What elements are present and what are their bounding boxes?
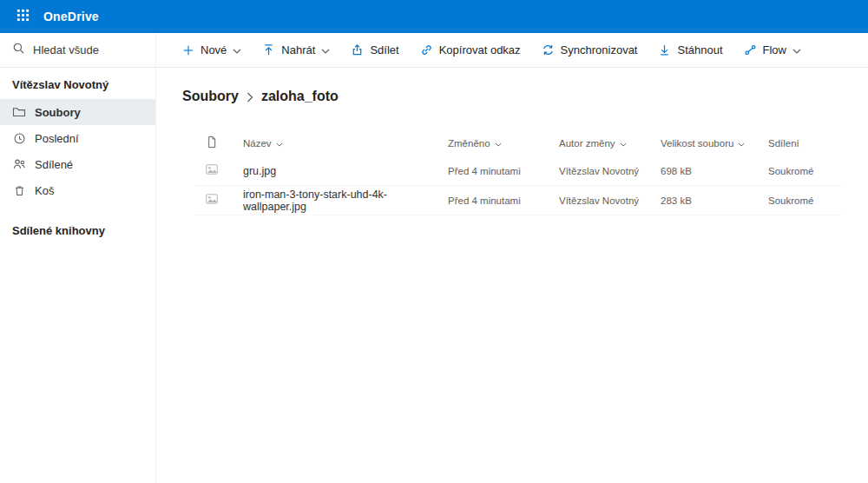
copy-link-button[interactable]: Kopírovat odkaz — [420, 43, 521, 56]
breadcrumb: Soubory zaloha_foto — [182, 87, 842, 106]
download-button-label: Stáhnout — [677, 43, 722, 56]
onedrive-page: OneDrive Hledat všude Vítězslav Novotný — [0, 0, 868, 483]
content-area: Soubory zaloha_foto — [156, 68, 868, 215]
app-header: OneDrive — [0, 0, 868, 33]
share-button[interactable]: Sdílet — [351, 43, 398, 56]
sidebar-item-kos[interactable]: Koš — [0, 177, 155, 203]
file-sharing[interactable]: Soukromé — [758, 195, 842, 206]
sync-button-label: Synchronizovat — [561, 43, 638, 56]
column-header-autor-zmeny[interactable]: Autor změny — [549, 138, 650, 149]
waffle-icon — [16, 9, 30, 24]
sync-button[interactable]: Synchronizovat — [542, 43, 638, 56]
sidebar: Hledat všude Vítězslav Novotný Soubory — [0, 33, 156, 483]
file-author: Vítězslav Novotný — [549, 195, 650, 206]
link-icon — [420, 43, 433, 56]
sort-chevron-icon — [620, 138, 627, 149]
table-row[interactable]: iron-man-3-tony-stark-uhd-4k-wallpaper.j… — [194, 186, 842, 215]
app-launcher-button[interactable] — [9, 3, 36, 30]
sidebar-nav: Soubory Poslední — [0, 99, 155, 203]
upload-button-label: Nahrát — [281, 43, 315, 56]
sidebar-item-label: Poslední — [35, 132, 79, 145]
sort-chevron-icon — [738, 138, 745, 149]
sidebar-item-posledni[interactable]: Poslední — [0, 125, 155, 151]
file-type-column-icon-cell[interactable] — [194, 136, 229, 152]
file-name[interactable]: iron-man-3-tony-stark-uhd-4k-wallpaper.j… — [229, 189, 437, 213]
sidebar-item-label: Soubory — [35, 106, 81, 119]
image-file-icon — [205, 192, 219, 209]
column-header-nazev[interactable]: Název — [229, 138, 437, 149]
table-header-row: Název Změněno Autor změny Velikost — [194, 130, 842, 156]
file-icon-cell — [194, 192, 229, 209]
new-button-label: Nové — [201, 43, 227, 56]
upload-button[interactable]: Nahrát — [262, 43, 330, 56]
command-bar: Nové Nahrát — [156, 33, 868, 68]
table-row[interactable]: gru.jpg Před 4 minutami Vítězslav Novotn… — [194, 156, 842, 186]
chevron-down-icon — [792, 49, 801, 54]
column-header-zmeneno[interactable]: Změněno — [437, 138, 549, 149]
flow-icon — [744, 43, 757, 56]
chevron-right-icon — [247, 92, 253, 103]
chevron-down-icon — [233, 49, 241, 54]
folder-icon — [12, 105, 26, 119]
people-icon — [12, 157, 26, 171]
new-button[interactable]: Nové — [182, 43, 241, 56]
sidebar-item-soubory[interactable]: Soubory — [0, 99, 155, 125]
clock-icon — [12, 132, 26, 145]
sort-chevron-icon — [276, 138, 283, 149]
main-area: Nové Nahrát — [156, 33, 868, 483]
copy-link-button-label: Kopírovat odkaz — [439, 43, 521, 56]
column-header-sdileni[interactable]: Sdílení — [758, 138, 842, 149]
breadcrumb-item-zaloha-foto[interactable]: zaloha_foto — [261, 89, 339, 104]
file-author: Vítězslav Novotný — [549, 166, 650, 176]
file-table: Název Změněno Autor změny Velikost — [182, 130, 842, 215]
share-icon — [351, 43, 364, 56]
user-name: Vítězslav Novotný — [0, 68, 155, 99]
trash-icon — [12, 184, 26, 197]
share-button-label: Sdílet — [370, 43, 398, 56]
search-icon — [12, 42, 25, 58]
breadcrumb-item-soubory[interactable]: Soubory — [182, 89, 239, 104]
file-icon-cell — [194, 162, 229, 180]
file-modified: Před 4 minutami — [437, 195, 549, 206]
flow-button[interactable]: Flow — [744, 43, 801, 56]
chevron-down-icon — [321, 49, 330, 54]
download-button[interactable]: Stáhnout — [658, 43, 722, 56]
file-sharing[interactable]: Soukromé — [758, 166, 842, 176]
app-title[interactable]: OneDrive — [43, 10, 99, 23]
image-file-icon — [205, 162, 219, 180]
column-header-velikost-souboru[interactable]: Velikost souboru — [650, 138, 758, 149]
flow-button-label: Flow — [763, 43, 786, 56]
sync-icon — [542, 43, 555, 56]
download-icon — [658, 43, 671, 56]
sidebar-item-label: Sdílené — [35, 158, 73, 171]
upload-icon — [262, 43, 275, 56]
plus-icon — [182, 44, 194, 56]
sort-chevron-icon — [495, 138, 502, 149]
file-size: 283 kB — [650, 195, 758, 206]
file-size: 698 kB — [650, 166, 758, 176]
sidebar-item-sdilene[interactable]: Sdílené — [0, 151, 155, 177]
search-label: Hledat všude — [33, 43, 99, 56]
file-name[interactable]: gru.jpg — [229, 165, 437, 177]
file-modified: Před 4 minutami — [437, 166, 549, 176]
sidebar-item-label: Koš — [35, 184, 54, 197]
search-box[interactable]: Hledat všude — [0, 33, 155, 68]
document-icon — [206, 136, 218, 152]
shared-libraries-heading: Sdílené knihovny — [0, 203, 155, 237]
